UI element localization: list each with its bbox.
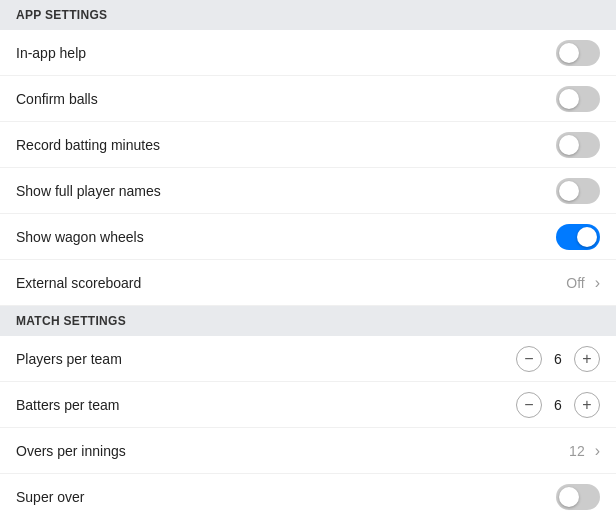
players-per-team-stepper[interactable]: − 6 + — [516, 346, 600, 372]
record-batting-minutes-toggle[interactable] — [556, 132, 600, 158]
in-app-help-toggle-container[interactable] — [556, 40, 600, 66]
show-wagon-wheels-toggle-container[interactable] — [556, 224, 600, 250]
players-per-team-label: Players per team — [16, 351, 122, 367]
row-show-full-player-names: Show full player names — [0, 168, 616, 214]
super-over-toggle[interactable] — [556, 484, 600, 510]
batters-per-team-value: 6 — [552, 397, 564, 413]
row-batters-per-team: Batters per team − 6 + — [0, 382, 616, 428]
show-full-player-names-toggle-container[interactable] — [556, 178, 600, 204]
super-over-label: Super over — [16, 489, 84, 505]
external-scoreboard-label: External scoreboard — [16, 275, 141, 291]
app-settings-header: APP SETTINGS — [0, 0, 616, 30]
batters-per-team-increment-button[interactable]: + — [574, 392, 600, 418]
match-settings-header: MATCH SETTINGS — [0, 306, 616, 336]
players-per-team-increment-button[interactable]: + — [574, 346, 600, 372]
record-batting-minutes-toggle-container[interactable] — [556, 132, 600, 158]
in-app-help-toggle[interactable] — [556, 40, 600, 66]
row-overs-per-innings[interactable]: Overs per innings 12 › — [0, 428, 616, 474]
show-full-player-names-toggle[interactable] — [556, 178, 600, 204]
row-super-over: Super over — [0, 474, 616, 512]
show-full-player-names-label: Show full player names — [16, 183, 161, 199]
external-scoreboard-right[interactable]: Off › — [566, 274, 600, 292]
overs-per-innings-right[interactable]: 12 › — [569, 442, 600, 460]
batters-per-team-stepper[interactable]: − 6 + — [516, 392, 600, 418]
row-record-batting-minutes: Record batting minutes — [0, 122, 616, 168]
overs-per-innings-chevron-icon: › — [595, 442, 600, 460]
overs-per-innings-value: 12 — [569, 443, 585, 459]
row-players-per-team: Players per team − 6 + — [0, 336, 616, 382]
external-scoreboard-value: Off — [566, 275, 584, 291]
confirm-balls-label: Confirm balls — [16, 91, 98, 107]
confirm-balls-toggle-container[interactable] — [556, 86, 600, 112]
external-scoreboard-chevron-icon: › — [595, 274, 600, 292]
row-confirm-balls: Confirm balls — [0, 76, 616, 122]
super-over-toggle-container[interactable] — [556, 484, 600, 510]
batters-per-team-decrement-button[interactable]: − — [516, 392, 542, 418]
row-external-scoreboard[interactable]: External scoreboard Off › — [0, 260, 616, 306]
players-per-team-value: 6 — [552, 351, 564, 367]
record-batting-minutes-label: Record batting minutes — [16, 137, 160, 153]
row-show-wagon-wheels: Show wagon wheels — [0, 214, 616, 260]
in-app-help-label: In-app help — [16, 45, 86, 61]
show-wagon-wheels-toggle[interactable] — [556, 224, 600, 250]
overs-per-innings-label: Overs per innings — [16, 443, 126, 459]
batters-per-team-label: Batters per team — [16, 397, 120, 413]
players-per-team-decrement-button[interactable]: − — [516, 346, 542, 372]
show-wagon-wheels-label: Show wagon wheels — [16, 229, 144, 245]
row-in-app-help: In-app help — [0, 30, 616, 76]
confirm-balls-toggle[interactable] — [556, 86, 600, 112]
